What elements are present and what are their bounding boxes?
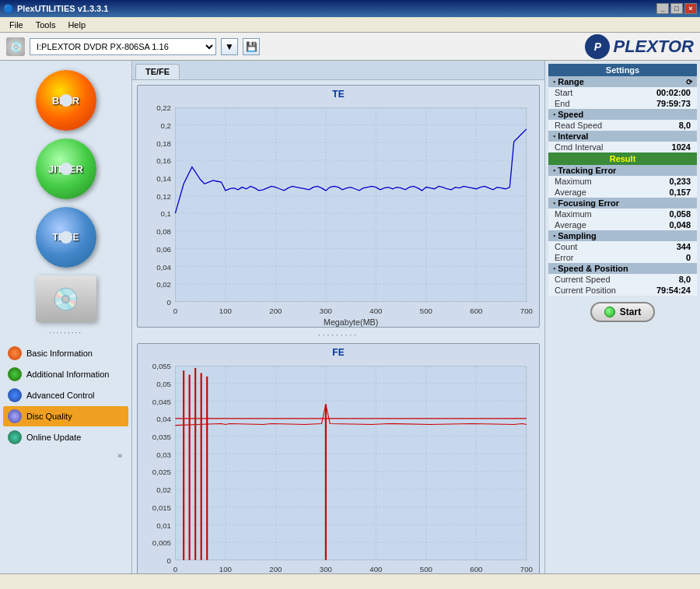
speed-position-group-header[interactable]: ▪ Speed & Position (548, 263, 697, 274)
svg-text:300: 300 (320, 565, 333, 573)
svg-text:600: 600 (470, 307, 483, 315)
sidebar-label-additional-information: Additional Information (26, 370, 109, 379)
te-chart-svg: 0,22 0,2 0,18 0,16 0,14 0,12 0,1 0,08 0,… (138, 100, 539, 327)
svg-text:0,045: 0,045 (152, 398, 171, 406)
disc-bler-item[interactable]: BLER (3, 67, 128, 134)
drive-select[interactable]: I:PLEXTOR DVDR PX-806SA 1.16 (30, 38, 216, 55)
svg-text:0,06: 0,06 (156, 245, 171, 254)
svg-text:700: 700 (520, 565, 534, 573)
sampling-error-label: Error (555, 253, 573, 262)
sampling-count-row: Count 344 (548, 241, 697, 252)
range-end-label: End (555, 99, 570, 108)
range-collapse-icon: ▪ (553, 78, 555, 86)
fe-max-value: 0,058 (669, 209, 691, 219)
current-speed-value: 8,0 (679, 275, 691, 284)
fe-chart-title: FE (138, 344, 539, 358)
interval-group-header[interactable]: ▪ Interval (548, 131, 697, 142)
title-left: 🔵 PlexUTILITIES v1.3.3.1 (3, 4, 108, 14)
svg-text:0,025: 0,025 (152, 468, 171, 477)
tracking-error-group-header[interactable]: ▪ Tracking Error (548, 165, 697, 176)
svg-text:0,02: 0,02 (156, 486, 171, 494)
sidebar-item-basic-information[interactable]: Basic Information (3, 343, 128, 363)
svg-text:400: 400 (369, 565, 383, 573)
svg-text:100: 100 (219, 307, 233, 315)
svg-text:600: 600 (470, 565, 483, 573)
save-button[interactable]: 💾 (243, 38, 260, 55)
range-start-row: Start 00:02:00 (548, 87, 697, 98)
te-max-label: Maximum (555, 177, 592, 186)
disc-jitter-item[interactable]: JITTER (3, 135, 128, 202)
app-title: PlexUTILITIES v1.3.3.1 (17, 4, 108, 13)
disc-device-item[interactable]: 💿 (3, 272, 128, 325)
focusing-error-group-header[interactable]: ▪ Focusing Error (548, 198, 697, 209)
svg-text:Megabyte(MB): Megabyte(MB) (324, 317, 378, 327)
svg-rect-0 (175, 108, 527, 302)
fe-chart-svg: 0,055 0,05 0,045 0,04 0,035 0,03 0,025 0… (138, 358, 539, 573)
cmd-interval-label: Cmd Interval (555, 142, 603, 152)
menu-help[interactable]: Help (61, 19, 92, 31)
main-area: BLER JITTER TE/FE 💿 ········· Basic Info… (0, 61, 700, 573)
sidebar-expand-arrow[interactable]: » (3, 449, 128, 461)
minimize-button[interactable]: _ (656, 3, 669, 14)
cmd-interval-value: 1024 (672, 142, 691, 152)
svg-text:0,01: 0,01 (156, 521, 171, 530)
read-speed-row: Read Speed 8,0 (548, 120, 697, 131)
range-refresh-icon[interactable]: ⟳ (686, 78, 692, 86)
sidebar-item-disc-quality[interactable]: Disc Quality (3, 406, 128, 426)
range-end-value: 79:59:73 (656, 99, 691, 108)
toolbar: 💿 I:PLEXTOR DVDR PX-806SA 1.16 ▼ 💾 P PLE… (0, 33, 700, 61)
current-speed-row: Current Speed 8,0 (548, 274, 697, 285)
svg-text:0,04: 0,04 (156, 263, 171, 272)
sampling-error-row: Error 0 (548, 252, 697, 263)
dropdown-button[interactable]: ▼ (221, 38, 238, 55)
fe-max-row: Maximum 0,058 (548, 209, 697, 219)
sampling-label: Sampling (558, 231, 597, 240)
sampling-group-header[interactable]: ▪ Sampling (548, 230, 697, 241)
charts-area: TE (132, 80, 544, 573)
te-chart-title: TE (138, 86, 539, 100)
fe-chart-container: FE (137, 343, 540, 573)
range-end-row: End 79:59:73 (548, 98, 697, 109)
sidebar-label-basic-information: Basic Information (26, 349, 93, 358)
plextor-logo: P PLEXTOR (585, 34, 694, 59)
sampling-collapse-icon: ▪ (553, 232, 555, 240)
sidebar-label-disc-quality: Disc Quality (26, 412, 72, 421)
settings-header: Settings (548, 64, 697, 76)
speed-group-header[interactable]: ▪ Speed (548, 109, 697, 120)
maximize-button[interactable]: □ (670, 3, 683, 14)
nav-items: Basic Information Additional Information… (3, 343, 128, 447)
close-button[interactable]: × (684, 3, 697, 14)
titlebar: 🔵 PlexUTILITIES v1.3.3.1 _ □ × (0, 0, 700, 17)
disc-tefe-item[interactable]: TE/FE (3, 204, 128, 271)
current-position-label: Current Position (555, 286, 616, 295)
svg-text:0,12: 0,12 (156, 192, 171, 201)
te-avg-label: Average (555, 188, 586, 197)
sampling-count-label: Count (555, 242, 577, 251)
menu-file[interactable]: File (3, 19, 30, 31)
start-label: Start (620, 307, 641, 317)
sidebar-label-advanced-control: Advanced Control (26, 391, 94, 400)
range-label: Range (558, 77, 584, 86)
svg-text:400: 400 (369, 307, 383, 315)
start-green-circle (604, 307, 615, 317)
svg-text:0,055: 0,055 (152, 362, 171, 370)
range-start-value: 00:02:00 (656, 88, 691, 97)
sidebar-item-advanced-control[interactable]: Advanced Control (3, 385, 128, 405)
start-button[interactable]: Start (590, 302, 655, 322)
online-update-icon (8, 430, 22, 444)
range-group-header[interactable]: ▪ Range ⟳ (548, 76, 697, 87)
speed-collapse-icon: ▪ (553, 110, 555, 118)
sidebar-label-online-update: Online Update (26, 433, 81, 442)
additional-information-icon (8, 367, 22, 381)
fe-avg-row: Average 0,048 (548, 219, 697, 230)
menu-tools[interactable]: Tools (30, 19, 62, 31)
current-position-row: Current Position 79:54:24 (548, 285, 697, 296)
tab-te-fe[interactable]: TE/FE (135, 64, 180, 79)
speed-label: Speed (558, 110, 583, 119)
svg-rect-41 (175, 366, 527, 560)
sidebar-item-additional-information[interactable]: Additional Information (3, 364, 128, 384)
plextor-logo-icon: P (585, 34, 610, 59)
disc-quality-icon (8, 409, 22, 423)
title-controls[interactable]: _ □ × (656, 3, 697, 14)
sidebar-item-online-update[interactable]: Online Update (3, 427, 128, 447)
